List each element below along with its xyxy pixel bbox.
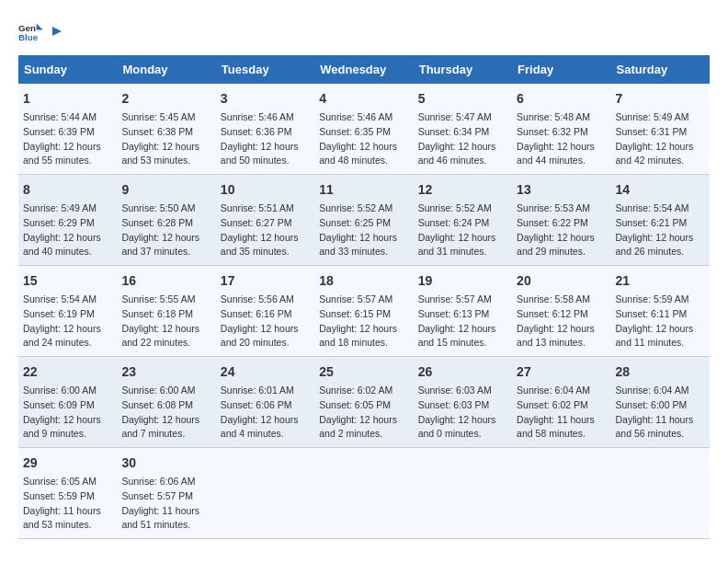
sunrise-text: Sunrise: 5:51 AM	[221, 202, 294, 213]
daylight-label: Daylight: 12 hours and 40 minutes.	[23, 232, 101, 258]
day-number: 22	[23, 362, 112, 382]
sunrise-text: Sunrise: 6:05 AM	[23, 476, 97, 487]
day-number: 3	[221, 89, 310, 109]
daylight-label: Daylight: 12 hours and 22 minutes.	[121, 323, 199, 349]
day-cell: 25Sunrise: 6:02 AMSunset: 6:05 PMDayligh…	[314, 357, 413, 448]
sunrise-text: Sunrise: 5:49 AM	[23, 202, 97, 213]
daylight-label: Daylight: 12 hours and 37 minutes.	[121, 232, 199, 258]
day-cell: 6Sunrise: 5:48 AMSunset: 6:32 PMDaylight…	[512, 84, 610, 175]
sunrise-text: Sunrise: 5:52 AM	[418, 202, 492, 213]
day-cell	[611, 448, 710, 539]
header-row: SundayMondayTuesdayWednesdayThursdayFrid…	[18, 55, 710, 84]
daylight-label: Daylight: 12 hours and 33 minutes.	[319, 232, 397, 258]
sunrise-text: Sunrise: 5:44 AM	[23, 111, 97, 122]
sunrise-text: Sunrise: 5:46 AM	[319, 111, 392, 122]
day-cell: 27Sunrise: 6:04 AMSunset: 6:02 PMDayligh…	[512, 357, 610, 448]
logo-icon: Gen Blue	[18, 18, 44, 44]
day-number: 23	[121, 362, 210, 382]
week-row-1: 1Sunrise: 5:44 AMSunset: 6:39 PMDaylight…	[18, 84, 710, 175]
day-cell	[512, 448, 610, 539]
day-number: 4	[319, 89, 408, 109]
svg-marker-3	[52, 27, 62, 36]
daylight-label: Daylight: 11 hours and 56 minutes.	[616, 414, 694, 440]
day-number: 18	[319, 271, 408, 291]
sunset-text: Sunset: 6:34 PM	[418, 126, 490, 137]
daylight-label: Daylight: 12 hours and 20 minutes.	[221, 323, 299, 349]
day-number: 2	[121, 89, 210, 109]
day-cell	[216, 448, 314, 539]
sunset-text: Sunset: 6:15 PM	[319, 308, 391, 319]
day-cell: 12Sunrise: 5:52 AMSunset: 6:24 PMDayligh…	[414, 175, 512, 266]
day-cell: 29Sunrise: 6:05 AMSunset: 5:59 PMDayligh…	[18, 448, 117, 539]
day-number: 17	[221, 271, 310, 291]
sunset-text: Sunset: 6:38 PM	[121, 126, 193, 137]
sunset-text: Sunset: 6:28 PM	[121, 217, 193, 228]
sunset-text: Sunset: 6:00 PM	[616, 399, 688, 410]
header-day-saturday: Saturday	[611, 55, 710, 84]
header-day-wednesday: Wednesday	[314, 55, 413, 84]
sunrise-text: Sunrise: 5:58 AM	[517, 293, 590, 304]
sunrise-text: Sunrise: 5:53 AM	[517, 202, 590, 213]
calendar-table: SundayMondayTuesdayWednesdayThursdayFrid…	[18, 55, 710, 539]
sunrise-text: Sunrise: 6:00 AM	[23, 385, 97, 396]
header-day-tuesday: Tuesday	[216, 55, 314, 84]
daylight-label: Daylight: 12 hours and 29 minutes.	[517, 232, 595, 258]
day-cell: 19Sunrise: 5:57 AMSunset: 6:13 PMDayligh…	[414, 266, 512, 357]
day-number: 6	[517, 89, 606, 109]
day-cell: 14Sunrise: 5:54 AMSunset: 6:21 PMDayligh…	[611, 175, 710, 266]
daylight-label: Daylight: 11 hours and 53 minutes.	[23, 505, 101, 531]
daylight-label: Daylight: 12 hours and 0 minutes.	[418, 414, 496, 440]
sunrise-text: Sunrise: 5:46 AM	[221, 111, 294, 122]
sunrise-text: Sunrise: 6:02 AM	[319, 385, 392, 396]
sunset-text: Sunset: 6:24 PM	[418, 217, 490, 228]
day-cell: 7Sunrise: 5:49 AMSunset: 6:31 PMDaylight…	[611, 84, 710, 175]
svg-marker-1	[37, 24, 43, 30]
sunrise-text: Sunrise: 5:45 AM	[121, 111, 195, 122]
sunset-text: Sunset: 6:25 PM	[319, 217, 391, 228]
daylight-label: Daylight: 12 hours and 24 minutes.	[23, 323, 101, 349]
day-cell: 28Sunrise: 6:04 AMSunset: 6:00 PMDayligh…	[611, 357, 710, 448]
day-cell	[414, 448, 512, 539]
sunset-text: Sunset: 6:19 PM	[23, 308, 95, 319]
day-cell: 24Sunrise: 6:01 AMSunset: 6:06 PMDayligh…	[216, 357, 314, 448]
header-day-thursday: Thursday	[414, 55, 512, 84]
day-number: 1	[23, 89, 112, 109]
week-row-5: 29Sunrise: 6:05 AMSunset: 5:59 PMDayligh…	[18, 448, 710, 539]
day-number: 30	[121, 454, 210, 473]
sunrise-text: Sunrise: 6:06 AM	[121, 476, 195, 487]
sunrise-text: Sunrise: 6:03 AM	[418, 385, 492, 396]
sunset-text: Sunset: 6:39 PM	[23, 126, 95, 137]
daylight-label: Daylight: 12 hours and 55 minutes.	[23, 141, 101, 167]
sunrise-text: Sunrise: 5:59 AM	[616, 293, 689, 304]
sunrise-text: Sunrise: 6:01 AM	[221, 385, 294, 396]
daylight-label: Daylight: 12 hours and 53 minutes.	[121, 141, 199, 167]
day-cell: 2Sunrise: 5:45 AMSunset: 6:38 PMDaylight…	[117, 84, 215, 175]
daylight-label: Daylight: 12 hours and 42 minutes.	[616, 141, 694, 167]
daylight-label: Daylight: 12 hours and 50 minutes.	[221, 141, 299, 167]
daylight-label: Daylight: 11 hours and 51 minutes.	[121, 505, 199, 531]
day-number: 19	[418, 271, 507, 291]
day-number: 15	[23, 271, 112, 291]
daylight-label: Daylight: 12 hours and 18 minutes.	[319, 323, 397, 349]
sunset-text: Sunset: 6:35 PM	[319, 126, 391, 137]
day-number: 10	[221, 180, 310, 200]
sunrise-text: Sunrise: 5:54 AM	[23, 293, 97, 304]
sunrise-text: Sunrise: 5:55 AM	[121, 293, 195, 304]
daylight-label: Daylight: 11 hours and 58 minutes.	[517, 414, 595, 440]
day-number: 21	[616, 271, 705, 291]
day-number: 12	[418, 180, 507, 200]
sunrise-text: Sunrise: 6:04 AM	[517, 385, 590, 396]
day-number: 28	[616, 362, 705, 382]
day-cell: 23Sunrise: 6:00 AMSunset: 6:08 PMDayligh…	[117, 357, 215, 448]
day-cell: 21Sunrise: 5:59 AMSunset: 6:11 PMDayligh…	[611, 266, 710, 357]
daylight-label: Daylight: 12 hours and 26 minutes.	[616, 232, 694, 258]
sunrise-text: Sunrise: 5:49 AM	[616, 111, 689, 122]
day-cell: 5Sunrise: 5:47 AMSunset: 6:34 PMDaylight…	[414, 84, 512, 175]
sunset-text: Sunset: 6:08 PM	[121, 399, 193, 410]
sunset-text: Sunset: 6:09 PM	[23, 399, 95, 410]
sunset-text: Sunset: 6:13 PM	[418, 308, 490, 319]
sunset-text: Sunset: 6:06 PM	[221, 399, 292, 410]
day-cell: 18Sunrise: 5:57 AMSunset: 6:15 PMDayligh…	[314, 266, 413, 357]
day-number: 5	[418, 89, 507, 109]
day-cell: 20Sunrise: 5:58 AMSunset: 6:12 PMDayligh…	[512, 266, 610, 357]
